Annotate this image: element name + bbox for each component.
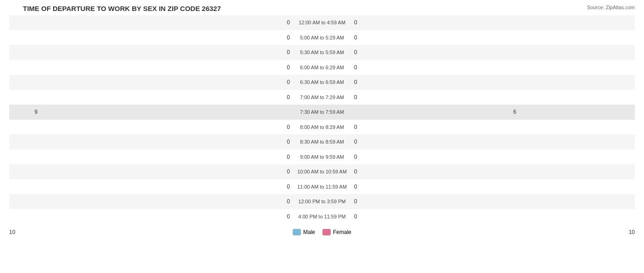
- male-side: 0: [9, 30, 322, 45]
- time-label: 12:00 AM to 4:59 AM: [295, 18, 349, 27]
- female-side: 0: [322, 194, 635, 209]
- table-row: 09:00 AM to 9:59 AM0: [9, 150, 635, 165]
- rows-container: 012:00 AM to 4:59 AM005:00 AM to 5:29 AM…: [9, 15, 635, 224]
- female-value: 6: [513, 109, 516, 115]
- legend-female-label: Female: [333, 229, 351, 235]
- legend-female: Female: [322, 229, 351, 235]
- time-label-center: 5:00 AM to 5:29 AM: [276, 30, 368, 45]
- legend-male-label: Male: [303, 229, 315, 235]
- time-label: 9:00 AM to 9:59 AM: [296, 153, 348, 161]
- time-label: 8:00 AM to 8:29 AM: [296, 123, 348, 131]
- male-side: 0: [9, 179, 322, 195]
- female-side: 0: [322, 45, 635, 60]
- female-side: 0: [322, 150, 635, 165]
- time-label: 5:00 AM to 5:29 AM: [296, 33, 348, 42]
- time-label-center: 11:00 AM to 11:59 AM: [276, 179, 368, 195]
- axis-left-value: 10: [9, 229, 15, 235]
- female-side: 6: [322, 105, 635, 120]
- legend: Male Female: [293, 229, 351, 235]
- male-side: 0: [9, 120, 322, 135]
- time-label-center: 12:00 AM to 4:59 AM: [276, 15, 368, 30]
- time-label: 5:30 AM to 5:59 AM: [296, 48, 348, 56]
- time-label: 4:00 PM to 11:59 PM: [295, 212, 349, 221]
- time-label-center: 5:30 AM to 5:59 AM: [276, 45, 368, 60]
- female-side: 0: [322, 134, 635, 150]
- table-row: 97:30 AM to 7:59 AM6: [9, 105, 635, 120]
- time-label-center: 6:00 AM to 6:29 AM: [276, 60, 368, 75]
- table-row: 012:00 PM to 3:59 PM0: [9, 194, 635, 209]
- table-row: 06:00 AM to 6:29 AM0: [9, 60, 635, 75]
- female-side: 0: [322, 179, 635, 195]
- time-label-center: 7:00 AM to 7:29 AM: [276, 90, 368, 105]
- chart-title: TIME OF DEPARTURE TO WORK BY SEX IN ZIP …: [9, 5, 635, 12]
- table-row: 04:00 PM to 11:59 PM0: [9, 209, 635, 224]
- source-label: Source: ZipAtlas.com: [587, 5, 635, 10]
- female-side: 0: [322, 60, 635, 75]
- time-label-center: 4:00 PM to 11:59 PM: [276, 209, 368, 224]
- table-row: 07:00 AM to 7:29 AM0: [9, 90, 635, 105]
- female-side: 0: [322, 120, 635, 135]
- time-label: 7:00 AM to 7:29 AM: [296, 93, 348, 101]
- time-label-center: 7:30 AM to 7:59 AM: [276, 105, 368, 120]
- time-label: 8:30 AM to 8:59 AM: [296, 138, 348, 146]
- female-side: 0: [322, 209, 635, 224]
- female-side: 0: [322, 90, 635, 105]
- female-side: 0: [322, 75, 635, 90]
- male-side: 0: [9, 194, 322, 209]
- male-side: 0: [9, 45, 322, 60]
- female-side: 0: [322, 30, 635, 45]
- male-side: 0: [9, 90, 322, 105]
- axis-bottom: 10 Male Female 10: [9, 226, 635, 238]
- time-label-center: 9:00 AM to 9:59 AM: [276, 150, 368, 165]
- male-side: 0: [9, 209, 322, 224]
- table-row: 05:30 AM to 5:59 AM0: [9, 45, 635, 60]
- male-side: 0: [9, 15, 322, 30]
- time-label-center: 10:00 AM to 10:59 AM: [276, 164, 368, 179]
- male-side: 0: [9, 150, 322, 165]
- male-side: 0: [9, 60, 322, 75]
- time-label: 10:00 AM to 10:59 AM: [294, 167, 350, 176]
- legend-male-box: [293, 229, 301, 235]
- time-label-center: 12:00 PM to 3:59 PM: [276, 194, 368, 209]
- time-label: 6:00 AM to 6:29 AM: [296, 63, 348, 72]
- legend-male: Male: [293, 229, 315, 235]
- chart-area: 012:00 AM to 4:59 AM005:00 AM to 5:29 AM…: [9, 15, 635, 238]
- male-side: 0: [9, 134, 322, 150]
- table-row: 08:00 AM to 8:29 AM0: [9, 120, 635, 135]
- time-label: 11:00 AM to 11:59 AM: [294, 183, 350, 191]
- time-label-center: 6:30 AM to 6:59 AM: [276, 75, 368, 90]
- male-value: 9: [34, 109, 38, 115]
- time-label: 12:00 PM to 3:59 PM: [295, 197, 349, 206]
- time-label: 6:30 AM to 6:59 AM: [296, 78, 348, 86]
- chart-container: TIME OF DEPARTURE TO WORK BY SEX IN ZIP …: [0, 0, 644, 273]
- male-side: 0: [9, 75, 322, 90]
- table-row: 012:00 AM to 4:59 AM0: [9, 15, 635, 30]
- time-label-center: 8:30 AM to 8:59 AM: [276, 134, 368, 150]
- time-label-center: 8:00 AM to 8:29 AM: [276, 120, 368, 135]
- male-side: 0: [9, 164, 322, 179]
- female-side: 0: [322, 164, 635, 179]
- time-label: 7:30 AM to 7:59 AM: [296, 108, 348, 116]
- table-row: 08:30 AM to 8:59 AM0: [9, 134, 635, 150]
- legend-female-box: [322, 229, 331, 235]
- female-side: 0: [322, 15, 635, 30]
- table-row: 010:00 AM to 10:59 AM0: [9, 164, 635, 179]
- axis-right-value: 10: [629, 229, 635, 235]
- table-row: 06:30 AM to 6:59 AM0: [9, 75, 635, 90]
- table-row: 011:00 AM to 11:59 AM0: [9, 179, 635, 195]
- male-side: 9: [9, 105, 322, 120]
- table-row: 05:00 AM to 5:29 AM0: [9, 30, 635, 45]
